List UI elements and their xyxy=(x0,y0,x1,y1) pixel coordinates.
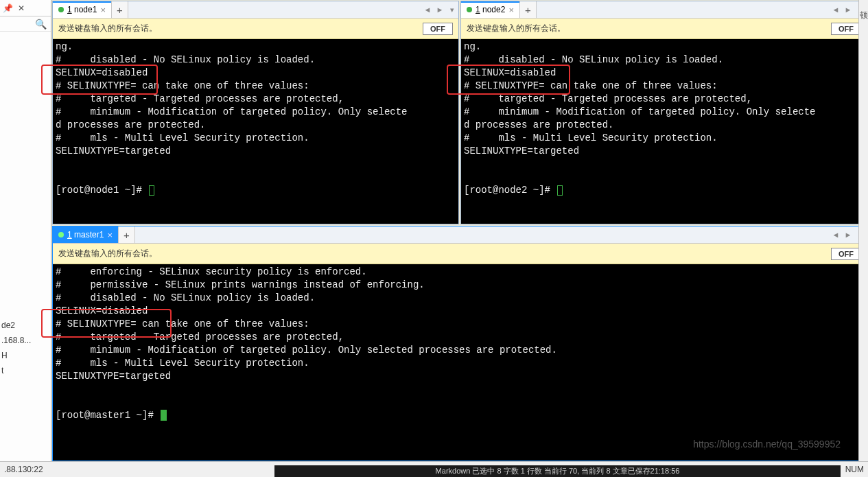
right-gutter: 顿 xyxy=(858,0,868,461)
watermark: https://blog.csdn.net/qq_39599952 xyxy=(693,439,841,450)
status-dot-icon xyxy=(58,232,64,237)
broadcast-bar: 发送键盘输入的所有会话。 OFF xyxy=(461,19,867,39)
tab-master1[interactable]: 1 master1 × xyxy=(53,226,119,243)
tab-add-button[interactable]: + xyxy=(119,226,135,243)
tab-label: 1 node2 xyxy=(476,5,505,14)
sidebar-close-icon[interactable]: ✕ xyxy=(16,3,26,13)
tab-next-icon[interactable]: ► xyxy=(842,226,854,243)
tab-next-icon[interactable]: ► xyxy=(842,1,854,18)
tab-close-icon[interactable]: × xyxy=(107,230,113,240)
tab-prev-icon[interactable]: ◄ xyxy=(421,1,434,18)
tab-close-icon[interactable]: × xyxy=(100,5,106,15)
markdown-statusbar: Markdown 已选中 8 字数 1 行数 当前行 70, 当前列 8 文章已… xyxy=(274,465,841,477)
left-sidebar: 📌 ✕ 🔍 xyxy=(0,0,51,461)
broadcast-off-button[interactable]: OFF xyxy=(423,23,453,35)
sidebar-toolbar: 📌 ✕ xyxy=(0,0,51,16)
status-num: NUM xyxy=(845,465,864,474)
broadcast-text: 发送键盘输入的所有会话。 xyxy=(58,248,825,259)
status-dot-icon xyxy=(467,7,472,12)
status-dot-icon xyxy=(58,7,64,12)
tab-node2[interactable]: 1 node2 × xyxy=(461,1,520,18)
tab-prev-icon[interactable]: ◄ xyxy=(830,226,842,243)
terminal-master1[interactable]: # enforcing - SELinux security policy is… xyxy=(53,264,867,461)
tab-next-icon[interactable]: ► xyxy=(434,1,446,18)
tab-nav: ◄ ► ▾ xyxy=(421,1,458,18)
tab-close-icon[interactable]: × xyxy=(508,5,514,15)
broadcast-bar: 发送键盘输入的所有会话。 OFF xyxy=(53,244,867,264)
list-item[interactable]: t xyxy=(0,363,51,378)
tab-add-button[interactable]: + xyxy=(520,1,537,18)
tab-prev-icon[interactable]: ◄ xyxy=(830,1,842,18)
tab-label: 1 master1 xyxy=(67,230,104,240)
pin-icon[interactable]: 📌 xyxy=(3,3,12,13)
list-item[interactable]: de2 xyxy=(0,318,51,333)
tab-menu-icon[interactable]: ▾ xyxy=(446,1,458,18)
sidebar-session-list: de2 .168.8... H t xyxy=(0,318,51,378)
list-item[interactable]: H xyxy=(0,348,51,363)
tab-add-button[interactable]: + xyxy=(112,1,128,18)
pane-master1: 1 master1 × + ◄ ► ▾ 发送键盘输入的所有会话。 OFF xyxy=(52,226,867,461)
pane-node2: 1 node2 × + ◄ ► ▾ 发送键盘输入的所有会话。 OFF xyxy=(460,1,867,224)
pane-node1: 1 node1 × + ◄ ► ▾ 发送键盘输入的所有会话。 OFF xyxy=(52,1,459,224)
tab-label: 1 node1 xyxy=(67,5,97,14)
broadcast-text: 发送键盘输入的所有会话。 xyxy=(467,23,825,34)
tabstrip-node1: 1 node1 × + ◄ ► ▾ xyxy=(53,1,458,19)
broadcast-text: 发送键盘输入的所有会话。 xyxy=(58,23,417,34)
tabstrip-node2: 1 node2 × + ◄ ► ▾ xyxy=(461,1,867,19)
broadcast-off-button[interactable]: OFF xyxy=(831,248,861,260)
tab-node1[interactable]: 1 node1 × xyxy=(53,1,112,18)
broadcast-bar: 发送键盘输入的所有会话。 OFF xyxy=(53,19,458,39)
broadcast-off-button[interactable]: OFF xyxy=(831,23,861,35)
list-item[interactable]: .168.8... xyxy=(0,333,51,348)
terminal-node2[interactable]: ng. # disabled - No SELinux policy is lo… xyxy=(461,39,867,224)
sidebar-search[interactable]: 🔍 xyxy=(0,16,51,32)
tabstrip-master1: 1 master1 × + ◄ ► ▾ xyxy=(53,226,867,244)
terminal-node1[interactable]: ng. # disabled - No SELinux policy is lo… xyxy=(53,39,458,224)
search-icon: 🔍 xyxy=(35,19,47,30)
sidebar-body xyxy=(0,32,51,461)
